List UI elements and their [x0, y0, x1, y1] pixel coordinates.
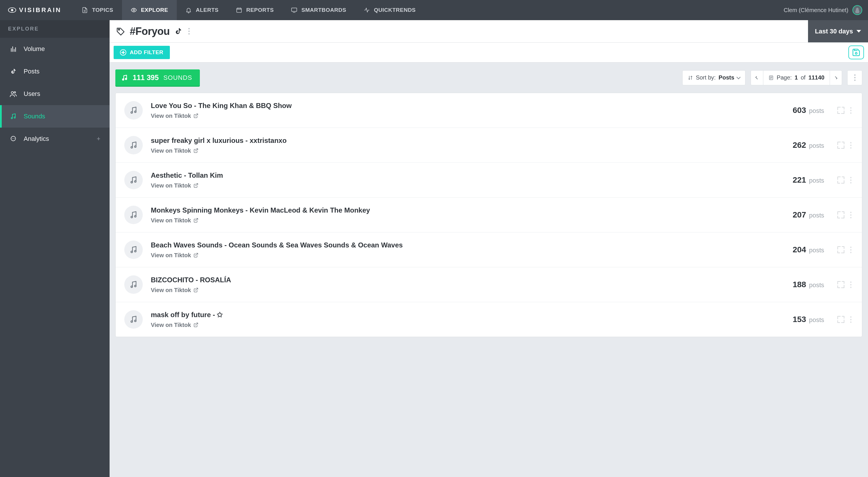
expand-icon[interactable]	[837, 281, 844, 288]
nav-item-topics[interactable]: TOPICS	[73, 0, 122, 20]
sound-thumbnail	[124, 206, 143, 224]
pager-of: of	[801, 74, 806, 81]
sound-post-count: 204	[793, 245, 806, 254]
sound-title: Aesthetic - Tollan Kim	[151, 171, 785, 179]
svg-rect-2	[291, 8, 297, 11]
sort-control[interactable]: Sort by: Posts	[682, 70, 745, 85]
add-filter-button[interactable]: ADD FILTER	[114, 46, 170, 59]
sound-post-unit: posts	[809, 246, 824, 254]
view-on-tiktok-link[interactable]: View on Tiktok	[151, 287, 198, 294]
svg-point-26	[135, 320, 136, 322]
nav-item-alerts[interactable]: ALERTS	[177, 0, 227, 20]
sound-thumbnail	[124, 275, 143, 294]
external-link-icon	[193, 322, 198, 328]
svg-point-0	[133, 9, 135, 11]
speech-icon	[9, 135, 17, 142]
list-controls: 111 395 SOUNDS Sort by: Posts	[110, 63, 868, 93]
top-nav-bar: VISIBRAIN TOPICS EXPLORE ALERTS REPORTS …	[0, 0, 868, 20]
nav-item-reports[interactable]: REPORTS	[227, 0, 282, 20]
sound-row-menu[interactable]	[848, 140, 853, 150]
sidebar: EXPLORE Volume Posts Users Sounds Analyt…	[0, 20, 110, 477]
view-on-tiktok-link[interactable]: View on Tiktok	[151, 322, 198, 328]
view-on-tiktok-link[interactable]: View on Tiktok	[151, 252, 198, 259]
tiktok-icon	[9, 68, 17, 75]
view-on-tiktok-link[interactable]: View on Tiktok	[151, 217, 198, 224]
sound-row-menu[interactable]	[848, 314, 853, 325]
svg-point-16	[135, 146, 136, 147]
expand-icon[interactable]	[837, 177, 844, 183]
sound-stats: 153 posts	[793, 315, 824, 324]
sound-stats: 207 posts	[793, 210, 824, 219]
user-menu[interactable]: Clem (Clémence Hutinet)	[783, 5, 862, 15]
page-options-menu[interactable]	[187, 26, 191, 36]
top-nav: TOPICS EXPLORE ALERTS REPORTS SMARTBOARD…	[73, 0, 424, 20]
sound-row-menu[interactable]	[848, 245, 853, 255]
nav-label: SMARTBOARDS	[301, 7, 346, 13]
sound-post-unit: posts	[809, 212, 824, 219]
chevron-left-icon	[755, 76, 759, 79]
nav-item-quicktrends[interactable]: QUICKTRENDS	[355, 0, 425, 20]
bars-icon	[9, 45, 17, 53]
sound-row: super freaky girl x luxurious - xxtrista…	[116, 128, 862, 163]
sort-icon	[688, 75, 693, 80]
view-on-tiktok-label: View on Tiktok	[151, 113, 191, 119]
view-on-tiktok-link[interactable]: View on Tiktok	[151, 182, 198, 189]
sound-stats: 221 posts	[793, 175, 824, 184]
brand-text: VISIBRAIN	[19, 6, 61, 14]
view-on-tiktok-link[interactable]: View on Tiktok	[151, 113, 198, 119]
add-icon[interactable]: +	[97, 135, 100, 143]
pager-prev[interactable]	[751, 71, 763, 85]
expand-icon[interactable]	[837, 211, 844, 218]
sidebar-item-sounds[interactable]: Sounds	[0, 105, 110, 128]
sound-list: Love You So - The King Khan & BBQ Show V…	[115, 93, 862, 337]
svg-point-20	[135, 215, 136, 217]
sound-post-unit: posts	[809, 316, 824, 324]
sidebar-label: Sounds	[24, 113, 45, 120]
sound-row-menu[interactable]	[848, 105, 853, 115]
sound-row: Beach Waves Sounds - Ocean Sounds & Sea …	[116, 232, 862, 267]
sound-row-menu[interactable]	[848, 280, 853, 290]
calendar-icon	[236, 7, 242, 13]
sound-row: Aesthetic - Tollan Kim View on Tiktok 22…	[116, 163, 862, 197]
sound-post-count: 153	[793, 315, 806, 324]
sidebar-label: Posts	[24, 68, 39, 75]
sound-post-unit: posts	[809, 177, 824, 184]
sidebar-label: Users	[24, 90, 40, 98]
svg-point-11	[125, 78, 127, 79]
save-button[interactable]	[848, 45, 864, 59]
tag-icon	[116, 27, 126, 36]
sidebar-item-analytics[interactable]: Analytics +	[0, 128, 110, 150]
expand-icon[interactable]	[837, 107, 844, 114]
view-on-tiktok-label: View on Tiktok	[151, 147, 191, 154]
svg-point-10	[123, 79, 124, 80]
pager-next[interactable]	[830, 71, 842, 85]
external-link-icon	[193, 218, 198, 223]
list-options-menu[interactable]	[847, 70, 862, 85]
nav-label: ALERTS	[196, 7, 219, 13]
sound-row-menu[interactable]	[848, 175, 853, 185]
pager-prefix: Page:	[777, 74, 792, 81]
svg-point-18	[135, 181, 136, 182]
activity-icon	[364, 7, 370, 13]
sound-thumbnail	[124, 101, 143, 120]
chevron-down-icon	[737, 75, 741, 79]
brand-logo[interactable]: VISIBRAIN	[8, 6, 61, 14]
page-header: #Foryou Last 30 days	[110, 20, 868, 43]
sound-title: super freaky girl x luxurious - xxtrista…	[151, 137, 785, 145]
nav-item-explore[interactable]: EXPLORE	[122, 0, 177, 20]
sound-row: mask off by future - ✩ View on Tiktok 15…	[116, 302, 862, 337]
nav-item-smartboards[interactable]: SMARTBOARDS	[282, 0, 355, 20]
chevron-right-icon	[834, 76, 837, 79]
expand-icon[interactable]	[837, 246, 844, 253]
sidebar-item-volume[interactable]: Volume	[0, 38, 110, 60]
sidebar-item-posts[interactable]: Posts	[0, 60, 110, 83]
svg-point-5	[11, 117, 12, 119]
sidebar-item-users[interactable]: Users	[0, 83, 110, 105]
expand-icon[interactable]	[837, 316, 844, 323]
sound-row-menu[interactable]	[848, 210, 853, 220]
nav-label: REPORTS	[246, 7, 274, 13]
date-range-picker[interactable]: Last 30 days	[808, 20, 868, 42]
sound-thumbnail	[124, 310, 143, 329]
view-on-tiktok-link[interactable]: View on Tiktok	[151, 147, 198, 154]
expand-icon[interactable]	[837, 142, 844, 149]
